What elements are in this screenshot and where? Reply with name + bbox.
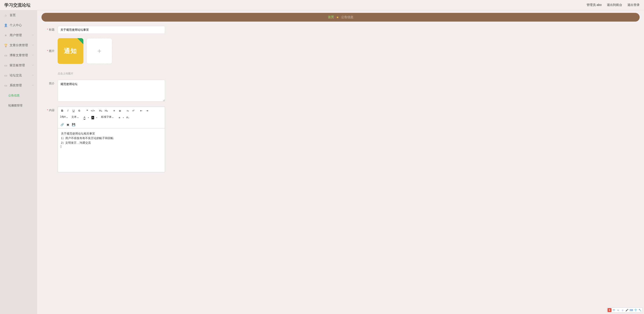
breadcrumb-current: 公告信息 bbox=[341, 15, 354, 19]
ime-keyboard-icon[interactable]: ⌨ bbox=[629, 308, 633, 312]
sidebar-item-user-mgmt[interactable]: ≡ 用户管理 ﹀ bbox=[0, 30, 37, 40]
indent-button[interactable]: ⇤ bbox=[138, 108, 144, 113]
unordered-list-button[interactable]: ≣ bbox=[117, 108, 122, 113]
admin-label[interactable]: 管理员 abo bbox=[586, 3, 602, 7]
sidebar-item-label: 用户管理 bbox=[10, 33, 22, 37]
app-logo: 学习交流论坛 bbox=[4, 2, 30, 8]
ordered-list-button[interactable]: ≡ bbox=[112, 108, 117, 113]
link-button[interactable]: 🔗 bbox=[60, 122, 65, 127]
save-button[interactable]: 💾 bbox=[71, 122, 76, 127]
home-icon: ⌂ bbox=[4, 13, 8, 17]
subscript-button[interactable]: x₂ bbox=[125, 108, 130, 113]
trophy-icon: 🏆 bbox=[4, 44, 8, 47]
sidebar-item-label: 首页 bbox=[10, 13, 16, 17]
row-content: *内容 B I U S ❝ </> H₁ H₂ ≡ bbox=[42, 107, 640, 172]
chevron-down-icon: ﹀ bbox=[32, 64, 34, 67]
sidebar-item-blog-mgmt[interactable]: ▭ 博客文章管理 ﹀ bbox=[0, 50, 37, 60]
sidebar-item-forum[interactable]: ▭ 论坛交流 ﹀ bbox=[0, 70, 37, 80]
gear-icon: ▭ bbox=[4, 84, 8, 87]
sidebar-sub-announcement[interactable]: 公告信息 bbox=[0, 90, 37, 100]
text-cursor bbox=[61, 145, 61, 148]
ime-tool-icon[interactable]: 🔧 bbox=[638, 308, 642, 312]
image-button[interactable]: ▣ bbox=[65, 122, 70, 127]
superscript-button[interactable]: x² bbox=[131, 108, 136, 113]
sidebar-item-guestbook[interactable]: ▭ 留言板管理 ﹀ bbox=[0, 60, 37, 70]
editor-line: 1）用户不得发布有不良言论的帖子和回帖 bbox=[61, 136, 162, 141]
upload-add-button[interactable]: + bbox=[86, 38, 112, 64]
editor-body[interactable]: 关于规范使用论坛相关事宜 1）用户不得发布有不良言论的帖子和回帖 2）文明发言，… bbox=[58, 128, 165, 172]
strike-button[interactable]: S bbox=[77, 108, 82, 113]
sidebar-item-label: 留言板管理 bbox=[10, 63, 25, 67]
editor-line: 关于规范使用论坛相关事宜 bbox=[61, 131, 162, 136]
text-color-button[interactable]: A bbox=[82, 115, 87, 120]
user-icon: 👤 bbox=[4, 23, 8, 27]
corner-badge bbox=[77, 38, 84, 44]
block-select[interactable]: 文本▾ bbox=[71, 115, 79, 120]
message-icon: ▭ bbox=[4, 64, 8, 67]
fontfamily-select[interactable]: 标准字体▾ bbox=[101, 115, 114, 120]
gift-icon: ▭ bbox=[4, 74, 8, 77]
ime-zh-icon[interactable]: 中 bbox=[612, 308, 616, 312]
ime-s-icon[interactable]: S bbox=[608, 308, 612, 312]
plus-icon: + bbox=[97, 47, 102, 55]
upload-hint: 点击上传图片 bbox=[58, 72, 640, 75]
bg-color-button[interactable]: A bbox=[90, 115, 96, 120]
sidebar-item-home[interactable]: ⌂ 首页 bbox=[0, 10, 37, 20]
label-image: *图片 bbox=[42, 38, 54, 53]
main-content: 首页 ★ 公告信息 *标题 *图片 通知 + bbox=[37, 10, 644, 314]
sidebar-item-label: 系统管理 bbox=[10, 83, 22, 87]
logout-link[interactable]: 退出登录 bbox=[628, 3, 640, 7]
sidebar-item-label: 论坛交流 bbox=[10, 73, 22, 77]
outdent-button[interactable]: ⇥ bbox=[144, 108, 150, 113]
label-title: *标题 bbox=[42, 26, 54, 32]
ime-face-icon[interactable]: ☺ bbox=[621, 308, 624, 312]
chevron-down-icon: ﹀ bbox=[32, 54, 34, 57]
sidebar-item-label: 文章分类管理 bbox=[10, 43, 28, 47]
sidebar-item-label: 公告信息 bbox=[8, 93, 20, 97]
exit-frontend-link[interactable]: 退出到前台 bbox=[607, 3, 622, 7]
label-intro: 简介 bbox=[42, 80, 54, 85]
star-icon: ★ bbox=[336, 15, 339, 19]
italic-button[interactable]: I bbox=[65, 108, 70, 113]
ime-toolbar: S 中 •› ☺ 🎤 ⌨ 👕 🔧 bbox=[607, 308, 643, 313]
top-bar: 学习交流论坛 管理员 abo 退出到前台 退出登录 bbox=[0, 0, 644, 10]
sidebar-item-label: 个人中心 bbox=[10, 23, 22, 27]
bold-button[interactable]: B bbox=[60, 108, 65, 113]
ime-punct-icon[interactable]: •› bbox=[616, 308, 620, 312]
h1-button[interactable]: H₁ bbox=[98, 108, 103, 113]
ime-person-icon[interactable]: 👕 bbox=[634, 308, 638, 312]
intro-textarea[interactable]: 规范使用论坛 bbox=[58, 80, 165, 102]
chevron-down-icon: ﹀ bbox=[32, 34, 34, 37]
sidebar-item-article-cat[interactable]: 🏆 文章分类管理 ﹀ bbox=[0, 40, 37, 50]
clear-format-button[interactable]: Tₓ bbox=[125, 115, 130, 120]
sidebar-item-profile[interactable]: 👤 个人中心 bbox=[0, 20, 37, 30]
editor-line: 2）文明发言，沟通交流 bbox=[61, 141, 162, 145]
align-button[interactable]: ≡ bbox=[117, 115, 122, 120]
h2-button[interactable]: H₂ bbox=[104, 108, 109, 113]
quote-button[interactable]: ❝ bbox=[84, 108, 90, 113]
editor-toolbar: B I U S ❝ </> H₁ H₂ ≡ ≣ x₂ bbox=[58, 107, 165, 128]
ime-mic-icon[interactable]: 🎤 bbox=[625, 308, 629, 312]
row-title: *标题 bbox=[42, 26, 640, 34]
fontsize-select[interactable]: 14px▾ bbox=[60, 115, 68, 120]
sidebar: ⌂ 首页 👤 个人中心 ≡ 用户管理 ﹀ 🏆 文章分类管理 ﹀ ▭ 博客文章管理… bbox=[0, 10, 37, 314]
row-image: *图片 通知 + bbox=[42, 38, 640, 64]
list-icon: ≡ bbox=[4, 33, 8, 37]
sidebar-item-system[interactable]: ▭ 系统管理 ﹀ bbox=[0, 80, 37, 90]
sidebar-item-label: 轮播图管理 bbox=[8, 104, 22, 107]
breadcrumb-home[interactable]: 首页 bbox=[328, 15, 334, 19]
thumbnail-notice[interactable]: 通知 bbox=[58, 38, 84, 64]
title-input[interactable] bbox=[58, 26, 165, 34]
doc-icon: ▭ bbox=[4, 54, 8, 57]
underline-button[interactable]: U bbox=[71, 108, 76, 113]
row-intro: 简介 规范使用论坛 bbox=[42, 80, 640, 102]
top-right-nav: 管理员 abo 退出到前台 退出登录 bbox=[586, 3, 640, 7]
chevron-down-icon: ﹀ bbox=[32, 74, 34, 77]
sidebar-item-label: 博客文章管理 bbox=[10, 53, 28, 57]
rich-editor: B I U S ❝ </> H₁ H₂ ≡ ≣ x₂ bbox=[58, 107, 165, 172]
notice-text: 通知 bbox=[64, 47, 77, 55]
chevron-down-icon: ﹀ bbox=[32, 44, 34, 47]
label-content: *内容 bbox=[42, 107, 54, 112]
sidebar-sub-carousel[interactable]: 轮播图管理 bbox=[0, 100, 37, 111]
code-button[interactable]: </> bbox=[90, 108, 96, 113]
